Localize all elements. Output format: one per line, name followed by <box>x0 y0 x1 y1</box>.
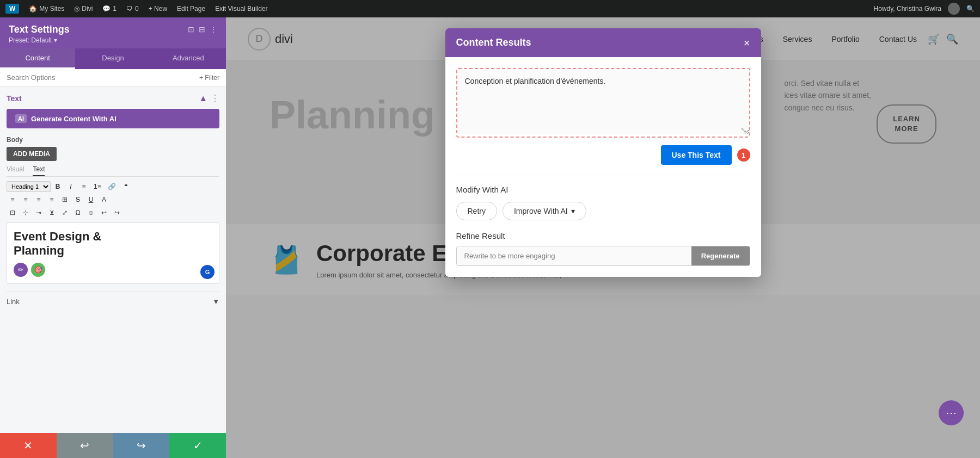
bold-btn[interactable]: B <box>52 181 64 192</box>
paste-btn[interactable]: ⊡ <box>7 207 19 218</box>
indent-btn[interactable]: ⊹ <box>20 207 32 218</box>
improve-with-ai-button[interactable]: Improve With AI ▾ <box>503 202 586 220</box>
right-area: D divi Home About Us Services Portfolio … <box>226 17 980 458</box>
panel-title: Text Settings <box>9 24 70 35</box>
tab-content[interactable]: Content <box>0 48 75 69</box>
undo-button[interactable]: ↩ <box>57 433 113 458</box>
modal-divider <box>456 176 750 176</box>
strikethrough-btn[interactable]: S <box>72 194 84 205</box>
modify-buttons: Retry Improve With AI ▾ <box>456 202 750 220</box>
grammarly-button[interactable]: G <box>200 265 215 279</box>
redo-toolbar-btn[interactable]: ↪ <box>111 207 123 218</box>
refine-row: Regenerate <box>456 246 750 266</box>
align-justify-btn[interactable]: ≡ <box>46 194 58 205</box>
align-left-btn[interactable]: ≡ <box>7 194 19 205</box>
content-results-modal: Content Results × Conception et planific… <box>445 28 761 277</box>
resize-handle-icon: ⤡ <box>740 126 747 134</box>
panel-header: Text Settings Preset: Default ▾ ⊡ ⊟ ⋮ <box>0 17 226 48</box>
cancel-icon: ✕ <box>23 439 33 452</box>
outdent-btn[interactable]: ⊸ <box>33 207 45 218</box>
emoji-btn[interactable]: ☺ <box>85 207 97 218</box>
modal-body: Conception et planification d'événements… <box>445 57 761 277</box>
wp-logo[interactable]: W <box>5 4 19 14</box>
edit-icon-btn[interactable]: ✏ <box>14 263 28 277</box>
content-textarea[interactable]: Conception et planification d'événements… <box>457 69 749 134</box>
regenerate-button[interactable]: Regenerate <box>691 246 750 265</box>
edit-page-link[interactable]: Edit Page <box>177 5 205 13</box>
left-panel: Text Settings Preset: Default ▾ ⊡ ⊟ ⋮ Co… <box>0 17 226 458</box>
target-icon-btn[interactable]: 🎯 <box>31 263 45 277</box>
undo-toolbar-btn[interactable]: ↩ <box>98 207 110 218</box>
panel-tabs: Content Design Advanced <box>0 48 226 69</box>
underline-btn[interactable]: U <box>85 194 97 205</box>
panel-layout-icon[interactable]: ⊟ <box>199 25 205 34</box>
admin-bar-right: Howdy, Christina Gwira 🔍 <box>874 3 975 15</box>
ul-btn[interactable]: ≡ <box>78 181 90 192</box>
tab-advanced[interactable]: Advanced <box>151 48 226 69</box>
search-options-input[interactable] <box>7 73 199 82</box>
add-media-button[interactable]: ADD MEDIA <box>7 147 57 161</box>
panel-preset[interactable]: Preset: Default ▾ <box>9 36 70 44</box>
panel-more-icon[interactable]: ⋮ <box>210 25 217 34</box>
text-section-dots[interactable]: ⋮ <box>211 93 219 103</box>
indent2-btn[interactable]: ⊻ <box>46 207 58 218</box>
use-text-row: Use This Text 1 <box>456 145 750 165</box>
notification-badge: 1 <box>737 148 750 162</box>
tab-text[interactable]: Text <box>33 165 45 176</box>
my-sites-link[interactable]: 🏠 My Sites <box>29 5 64 13</box>
text-section-header: Text ▲ ⋮ <box>7 93 219 103</box>
link-label: Link <box>7 298 20 306</box>
text-color-btn[interactable]: A <box>98 194 110 205</box>
user-avatar <box>948 3 960 15</box>
new-link[interactable]: + New <box>149 5 167 13</box>
modify-ai-label: Modify With AI <box>456 185 750 194</box>
link-btn[interactable]: 🔗 <box>105 181 119 192</box>
table-btn[interactable]: ⊞ <box>59 194 71 205</box>
link-section: Link ▼ <box>7 292 219 306</box>
toolbar-row-3: ⊡ ⊹ ⊸ ⊻ ⤢ Ω ☺ ↩ ↪ <box>7 207 219 218</box>
heading-select[interactable]: Heading 1 <box>7 181 51 192</box>
modal-close-button[interactable]: × <box>744 38 750 48</box>
modal-header: Content Results × <box>445 28 761 57</box>
preview-box: Event Design &Planning ✏ 🎯 G <box>7 222 219 284</box>
bubble-count[interactable]: 🗨 0 <box>126 5 139 13</box>
editor-tabs: Visual Text <box>7 165 219 177</box>
tab-visual[interactable]: Visual <box>7 165 24 176</box>
howdy-text: Howdy, Christina Gwira <box>874 5 941 13</box>
special-char-btn[interactable]: Ω <box>72 207 84 218</box>
divi-link[interactable]: ◎ Divi <box>74 5 93 13</box>
exit-builder-link[interactable]: Exit Visual Builder <box>215 5 268 13</box>
quote-btn[interactable]: ❝ <box>120 181 132 192</box>
use-this-text-button[interactable]: Use This Text <box>661 145 732 165</box>
modal-title: Content Results <box>456 37 531 48</box>
content-textarea-wrapper: Conception et planification d'événements… <box>456 68 750 138</box>
retry-button[interactable]: Retry <box>456 202 497 220</box>
align-center-btn[interactable]: ≡ <box>20 194 32 205</box>
search-icon[interactable]: 🔍 <box>966 5 975 13</box>
toolbar-row-2: ≡ ≡ ≡ ≡ ⊞ S U A <box>7 194 219 205</box>
panel-expand-icon[interactable]: ⊡ <box>188 25 194 34</box>
refine-input[interactable] <box>457 246 691 265</box>
link-header[interactable]: Link ▼ <box>7 298 219 306</box>
align-right-btn[interactable]: ≡ <box>33 194 45 205</box>
comment-count[interactable]: 💬 1 <box>102 5 117 13</box>
main-layout: Text Settings Preset: Default ▾ ⊡ ⊟ ⋮ Co… <box>0 17 980 458</box>
text-section-chevron[interactable]: ▲ <box>199 94 207 103</box>
filter-button[interactable]: + Filter <box>199 74 219 82</box>
panel-content: Text ▲ ⋮ AI Generate Content With AI Bod… <box>0 86 226 433</box>
link-chevron-icon[interactable]: ▼ <box>212 298 219 306</box>
redo-button[interactable]: ↪ <box>113 433 170 458</box>
chat-bubble-button[interactable]: ⋯ <box>939 400 964 425</box>
tab-design[interactable]: Design <box>75 48 150 69</box>
fullscreen-btn[interactable]: ⤢ <box>59 207 71 218</box>
body-label: Body <box>7 136 219 144</box>
generate-content-button[interactable]: AI Generate Content With AI <box>7 109 219 128</box>
save-button[interactable]: ✓ <box>169 433 226 458</box>
ol-btn[interactable]: 1≡ <box>91 181 104 192</box>
cancel-button[interactable]: ✕ <box>0 433 57 458</box>
redo-icon: ↪ <box>137 439 146 452</box>
text-section-title: Text <box>7 94 22 103</box>
toolbar-row-1: Heading 1 B I ≡ 1≡ 🔗 ❝ <box>7 181 219 192</box>
preview-heading: Event Design &Planning <box>14 230 212 258</box>
italic-btn[interactable]: I <box>65 181 77 192</box>
